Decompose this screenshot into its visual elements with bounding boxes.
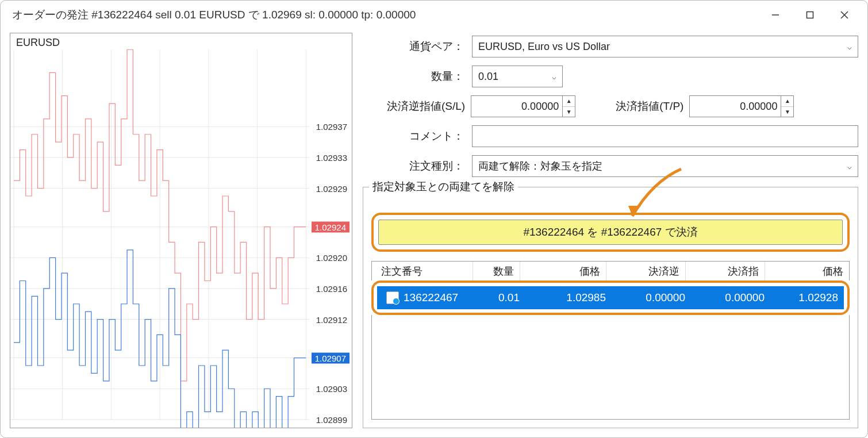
cell-sl: 0.00000 — [646, 291, 685, 304]
ask-price-tag: 1.02924 — [312, 221, 349, 232]
window-title: オーダーの発注 #136222464 sell 0.01 EURUSD で 1.… — [12, 7, 758, 22]
chart-symbol-label: EURUSD — [16, 37, 60, 49]
volume-combo[interactable]: 0.01 ⌵ — [472, 66, 563, 87]
volume-label: 数量： — [363, 69, 464, 84]
tp-label: 決済指値(T/P) — [616, 99, 683, 114]
order-icon — [386, 291, 399, 304]
minimize-icon — [771, 11, 779, 19]
price-chart[interactable]: EURUSD 1.029371.029331.029291.029241.029… — [10, 33, 352, 428]
col-price: 価格 — [520, 262, 606, 281]
cell-price: 1.02985 — [566, 291, 606, 304]
order-type-combo[interactable]: 両建て解除：対象玉を指定 ⌵ — [472, 155, 858, 177]
close-by-fieldset: 指定対象玉との両建てを解除 #136222464 を #136222467 で決… — [363, 187, 858, 428]
cell-volume: 0.01 — [498, 291, 520, 304]
symbol-value: EURUSD, Euro vs US Dollar — [478, 41, 610, 53]
cell-order: 136222467 — [404, 291, 458, 304]
close-by-button[interactable]: #136222464 を #136222467 で決済 — [378, 220, 843, 245]
minimize-button[interactable] — [758, 3, 793, 26]
arrow-up-icon[interactable]: ▲ — [563, 96, 575, 107]
cell-price2: 1.02928 — [798, 291, 838, 304]
chart-canvas — [10, 33, 352, 428]
maximize-icon — [806, 11, 814, 19]
close-button[interactable] — [827, 3, 862, 26]
volume-value: 0.01 — [478, 71, 498, 83]
symbol-combo[interactable]: EURUSD, Euro vs US Dollar ⌵ — [472, 36, 858, 57]
col-price2: 価格 — [765, 262, 849, 281]
arrow-down-icon[interactable]: ▼ — [563, 107, 575, 117]
comment-label: コメント： — [363, 129, 464, 144]
chevron-down-icon: ⌵ — [552, 72, 556, 81]
type-value: 両建て解除：対象玉を指定 — [478, 159, 602, 173]
fieldset-legend: 指定対象玉との両建てを解除 — [369, 179, 518, 194]
svg-rect-1 — [807, 12, 813, 18]
positions-table-header: 注文番号 数量 価格 決済逆 決済指 価格 — [371, 261, 850, 281]
col-tp: 決済指 — [686, 262, 765, 281]
arrow-up-icon[interactable]: ▲ — [781, 96, 793, 107]
col-order: 注文番号 — [372, 262, 473, 281]
comment-input[interactable] — [472, 125, 858, 147]
selected-row-highlight: 136222467 0.01 1.02985 0.00000 0.00000 1… — [371, 281, 850, 315]
order-window: オーダーの発注 #136222464 sell 0.01 EURUSD で 1.… — [0, 0, 868, 438]
col-sl: 決済逆 — [606, 262, 686, 281]
positions-table-body[interactable] — [371, 315, 850, 420]
maximize-button[interactable] — [793, 3, 827, 26]
close-by-button-label: #136222464 を #136222467 で決済 — [523, 225, 697, 240]
order-form: 通貨ペア： EURUSD, Euro vs US Dollar ⌵ 数量： 0.… — [363, 33, 858, 428]
tp-value: 0.00000 — [690, 101, 781, 113]
cell-tp: 0.00000 — [725, 291, 765, 304]
col-volume: 数量 — [473, 262, 520, 281]
content: EURUSD 1.029371.029331.029291.029241.029… — [1, 29, 867, 437]
sl-input[interactable]: 0.00000 ▲▼ — [471, 95, 575, 117]
symbol-label: 通貨ペア： — [363, 39, 464, 54]
sl-value: 0.00000 — [471, 101, 562, 113]
close-icon — [840, 10, 849, 20]
window-controls — [758, 3, 862, 26]
tp-input[interactable]: 0.00000 ▲▼ — [689, 95, 794, 117]
bid-price-tag: 1.02907 — [312, 352, 349, 363]
type-label: 注文種別： — [363, 159, 464, 174]
titlebar: オーダーの発注 #136222464 sell 0.01 EURUSD で 1.… — [1, 1, 867, 29]
chevron-down-icon: ⌵ — [847, 43, 852, 51]
close-button-highlight: #136222464 を #136222467 で決済 — [371, 213, 850, 252]
table-row[interactable]: 136222467 0.01 1.02985 0.00000 0.00000 1… — [377, 286, 844, 309]
chevron-down-icon: ⌵ — [847, 162, 852, 171]
sl-label: 決済逆指値(S/L) — [387, 99, 465, 114]
arrow-down-icon[interactable]: ▼ — [781, 107, 793, 117]
